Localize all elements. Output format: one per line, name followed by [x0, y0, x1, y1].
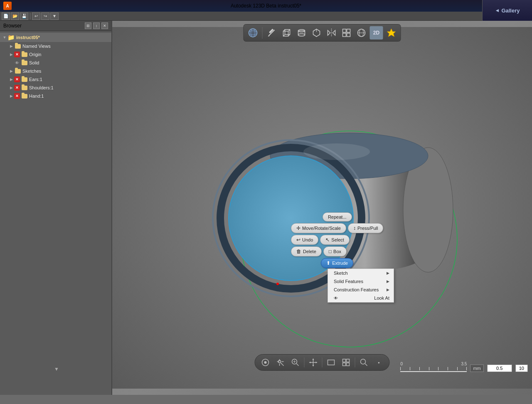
ears-error-icon: ✕ [14, 76, 20, 82]
snap-btn[interactable] [385, 26, 398, 39]
mesh-btn[interactable] [355, 26, 368, 39]
titlebar: A Autodesk 123D Beta instruct05* ? ─ □ ✕… [0, 0, 532, 12]
view-2d-btn[interactable]: 2D [370, 26, 383, 39]
sketch-menu-item[interactable]: Sketch ▶ [328, 269, 394, 277]
ruler-labels: 0 3.5 [400, 362, 467, 366]
hand-label: Hand:1 [29, 94, 44, 99]
sketches-expand[interactable]: ▶ [8, 68, 14, 74]
browser-scroll-down[interactable]: ▼ [54, 366, 59, 372]
look-at-menu-item[interactable]: 👁 Look At [328, 294, 394, 302]
move-label: Move/Rotate/Scale [302, 226, 341, 231]
svg-rect-22 [347, 29, 350, 32]
viewport[interactable]: 2D TOP FRONT RI [112, 21, 532, 395]
zoom-value: 10 [515, 365, 528, 372]
toolbar3d-sep1 [262, 27, 263, 39]
svg-marker-20 [333, 30, 335, 35]
delete-btn[interactable]: 🗑 Delete [291, 246, 322, 256]
coord-display: 0.5 [487, 365, 512, 372]
scale-area: 0 3.5 mm 0.5 10 [400, 362, 528, 372]
hand-folder-icon [21, 93, 28, 99]
solid-arrow: ▶ [387, 279, 389, 283]
ears-expand[interactable]: ▶ [8, 76, 14, 82]
solid-expand [8, 60, 14, 66]
magnify-btn[interactable] [358, 356, 370, 369]
pan-btn[interactable] [274, 356, 287, 369]
camera-btn[interactable] [259, 356, 272, 369]
solid-features-label: Solid Features [334, 279, 363, 284]
repeat-label: Repeat... [328, 214, 347, 219]
zoom-btn[interactable] [289, 356, 302, 369]
root-expand-icon[interactable]: ▼ [2, 34, 7, 40]
end-dot-btn[interactable]: ● [373, 356, 385, 369]
grid-btn[interactable] [340, 356, 352, 369]
sketches-folder-icon [14, 68, 22, 74]
orbit-btn[interactable] [246, 26, 260, 39]
press-pull-btn[interactable]: ↕ Press/Pull [348, 223, 384, 233]
dropdown-btn[interactable]: ▼ [50, 12, 59, 20]
browser-grid-icon[interactable]: ⊞ [85, 22, 91, 29]
solid-features-menu-item[interactable]: Solid Features ▶ [328, 277, 394, 286]
svg-point-43 [303, 143, 370, 160]
toolbar-sep1 [30, 13, 30, 20]
tree-item-sketches[interactable]: ▶ Sketches [0, 67, 111, 75]
tree-item-named-views[interactable]: ▶ Named Views [0, 42, 111, 50]
rect-btn[interactable] [325, 356, 337, 369]
browser-tree: ▼ 📁 instruct05* ▶ Named Views ▶ ✕ Origin [0, 31, 111, 102]
browser-expand-icon[interactable]: ↕ [93, 22, 100, 29]
move-rotate-scale-btn[interactable]: ✛ Move/Rotate/Scale [291, 223, 346, 233]
browser-panel: Browser ⊞ ↕ ✕ ▼ 📁 instruct05* ▶ Named Vi… [0, 21, 112, 395]
shoulders-expand[interactable]: ▶ [8, 85, 14, 91]
tree-item-hand[interactable]: ▶ ✕ Hand:1 [0, 92, 111, 100]
gallery-bar[interactable]: ◄ Gallery [482, 0, 532, 21]
move-btn[interactable] [307, 356, 320, 369]
tree-item-solid[interactable]: 👁 Solid [0, 59, 111, 67]
tree-root[interactable]: ▼ 📁 instruct05* [0, 33, 111, 42]
undo-ctx-btn[interactable]: ↩ Undo [291, 235, 318, 245]
box-3d-btn[interactable] [280, 26, 293, 39]
extrude-btn[interactable]: ⬆ Extrude [321, 258, 353, 268]
flat-menu: Sketch ▶ Solid Features ▶ Construction F… [328, 269, 394, 303]
open-btn[interactable]: 📂 [11, 12, 19, 20]
box-btn[interactable]: □ Box [323, 246, 347, 256]
sketches-label: Sketches [22, 69, 41, 74]
look-at-label: Look At [374, 296, 389, 301]
svg-line-48 [297, 364, 299, 366]
construction-features-label: Construction Features [334, 287, 379, 292]
quick-access-toolbar: 📄 📂 💾 ↩ ↪ ▼ [0, 12, 532, 21]
bottom-sep1 [304, 357, 305, 367]
tree-item-shoulders[interactable]: ▶ ✕ Shoulders:1 [0, 84, 111, 92]
sketch-arrow: ▶ [387, 271, 389, 275]
solid-folder-icon [21, 59, 28, 66]
svg-rect-58 [343, 363, 346, 366]
save-btn[interactable]: 💾 [20, 12, 28, 20]
ruler-ticks [400, 367, 467, 370]
ruler-line [400, 371, 467, 372]
origin-expand[interactable]: ▶ [8, 52, 14, 57]
undo-toolbar-btn[interactable]: ↩ [32, 12, 40, 20]
tree-item-origin[interactable]: ▶ ✕ Origin [0, 50, 111, 59]
pencil-btn[interactable] [265, 26, 278, 39]
svg-marker-53 [309, 362, 311, 363]
svg-rect-56 [343, 359, 346, 362]
select-btn[interactable]: ↖ Select [320, 235, 350, 245]
hand-expand[interactable]: ▶ [8, 93, 14, 99]
coord-value[interactable]: 0.5 [487, 365, 512, 372]
extrude-3d-btn[interactable] [310, 26, 323, 39]
press-pull-label: Press/Pull [357, 226, 378, 231]
array-btn[interactable] [340, 26, 353, 39]
construction-features-menu-item[interactable]: Construction Features ▶ [328, 286, 394, 294]
tree-item-ears[interactable]: ▶ ✕ Ears:1 [0, 75, 111, 84]
named-views-expand[interactable]: ▶ [8, 43, 14, 49]
cylinder-btn[interactable] [295, 26, 308, 39]
redo-toolbar-btn[interactable]: ↪ [41, 12, 49, 20]
browser-close-icon[interactable]: ✕ [101, 22, 108, 29]
new-btn[interactable]: 📄 [2, 12, 10, 20]
mirror-btn[interactable] [325, 26, 338, 39]
repeat-btn[interactable]: Repeat... [323, 212, 352, 222]
undo-label: Undo [302, 237, 313, 242]
move-icon: ✛ [296, 225, 300, 231]
top-toolbar: 2D [244, 24, 401, 42]
scale-ruler: 0 3.5 [400, 362, 467, 372]
shoulders-error-icon: ✕ [14, 85, 20, 91]
box-icon: □ [329, 249, 332, 254]
